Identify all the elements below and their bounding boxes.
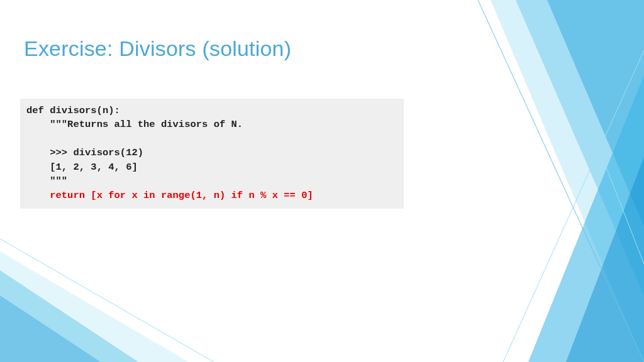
code-line: """Returns all the divisors of N. [50, 119, 243, 130]
code-line: def divisors(n): [26, 105, 120, 116]
code-line: >>> divisors(12) [50, 147, 143, 158]
code-block: def divisors(n): """Returns all the divi… [20, 99, 404, 209]
slide-title: Exercise: Divisors (solution) [24, 36, 291, 61]
code-line: [1, 2, 3, 4, 6] [50, 162, 138, 173]
slide: Exercise: Divisors (solution) def diviso… [0, 0, 644, 362]
code-return-line: return [x for x in range(1, n) if n % x … [50, 190, 313, 201]
svg-marker-10 [0, 251, 189, 362]
code-line: """ [50, 175, 67, 187]
